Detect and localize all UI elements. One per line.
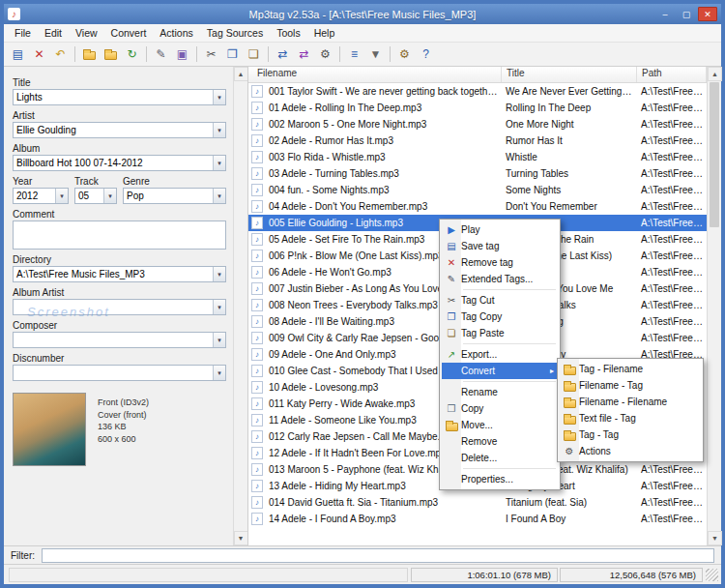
filter-input[interactable] — [42, 548, 714, 563]
menu-view[interactable]: View — [69, 25, 104, 41]
file-row[interactable]: ♪003 Flo Rida - Whistle.mp3WhistleA:\Tes… — [248, 149, 707, 165]
minimize-button[interactable]: – — [655, 7, 675, 21]
year-field[interactable]: 2012 ▾ — [13, 188, 69, 204]
menu-item-label: Filename - Tag — [579, 380, 643, 391]
chevron-down-icon[interactable]: ▾ — [213, 300, 225, 314]
resize-grip[interactable] — [706, 569, 718, 581]
chevron-down-icon[interactable]: ▾ — [213, 90, 225, 104]
discnumber-field[interactable]: ▾ — [13, 365, 226, 381]
menu-item-play[interactable]: ▶Play — [442, 221, 558, 238]
scrollbar-thumb[interactable] — [710, 82, 719, 227]
chevron-down-icon[interactable]: ▾ — [213, 123, 225, 137]
menu-item-tag-cut[interactable]: ✂Tag Cut — [442, 292, 558, 309]
extended-tags-button[interactable]: ✎ — [151, 44, 171, 65]
file-row[interactable]: ♪01 Adele - Rolling In The Deep.mp3Rolli… — [248, 100, 707, 116]
menu-item-rename[interactable]: Rename — [442, 384, 558, 400]
file-list-scrollbar[interactable]: ▲ ▼ — [707, 67, 721, 545]
file-row[interactable]: ♪02 Adele - Rumor Has It.mp3Rumor Has It… — [248, 132, 707, 149]
menu-item-remove-tag[interactable]: ✕Remove tag — [442, 254, 558, 271]
directory-field[interactable]: A:\Test\Free Music Files_MP3 ▾ — [13, 266, 226, 282]
tag-panel-scrollbar[interactable]: ▲ ▼ — [233, 67, 247, 545]
cover-info-line: 136 KB — [98, 421, 149, 433]
menu-item-save-tag[interactable]: ▤Save tag — [442, 238, 558, 254]
add-directory-button[interactable] — [101, 44, 121, 65]
cover-button[interactable]: ▣ — [172, 44, 192, 65]
chevron-down-icon[interactable]: ▾ — [213, 366, 225, 380]
tag-paste-button[interactable]: ❏ — [244, 44, 264, 65]
menu-item-move[interactable]: Move... — [442, 417, 558, 433]
comment-field[interactable] — [13, 220, 226, 250]
titlebar[interactable]: ♪ Mp3tag v2.53a - [A:\Test\Free Music Fi… — [4, 4, 721, 24]
menu-actions[interactable]: Actions — [153, 25, 199, 41]
scroll-down-icon[interactable]: ▼ — [708, 531, 722, 545]
file-row[interactable]: ♪14 Adele - I Found A Boy.mp3I Found A B… — [248, 511, 707, 527]
menu-item-export[interactable]: ↗Export... — [442, 346, 558, 363]
file-row[interactable]: ♪004 fun. - Some Nights.mp3Some NightsA:… — [248, 182, 707, 198]
scroll-up-icon[interactable]: ▲ — [234, 67, 248, 81]
chevron-down-icon[interactable]: ▾ — [55, 189, 68, 203]
maximize-button[interactable]: ▢ — [677, 7, 696, 21]
playlist-button[interactable]: ≡ — [344, 44, 364, 65]
file-row[interactable]: ♪002 Maroon 5 - One More Night.mp3One Mo… — [248, 116, 707, 132]
menu-item-properties[interactable]: Properties... — [442, 471, 558, 487]
menu-item-delete[interactable]: Delete... — [442, 450, 558, 466]
menu-item-extended-tags[interactable]: ✎Extended Tags... — [442, 271, 558, 287]
change-directory-button[interactable] — [79, 44, 100, 65]
filter-button[interactable]: ▼ — [365, 44, 386, 65]
menu-file[interactable]: File — [8, 25, 38, 41]
tag-cut-button[interactable]: ✂ — [201, 44, 221, 65]
menu-edit[interactable]: Edit — [38, 25, 69, 41]
actions-button[interactable]: ⚙ — [315, 44, 335, 65]
chevron-down-icon[interactable]: ▾ — [213, 267, 225, 281]
album-artist-field[interactable]: ▾ — [13, 299, 226, 315]
file-row[interactable]: ♪001 Taylor Swift - We are never getting… — [248, 83, 707, 100]
menu-tag-sources[interactable]: Tag Sources — [200, 25, 270, 41]
album-cover-art[interactable] — [13, 393, 86, 466]
chevron-down-icon[interactable]: ▾ — [103, 189, 116, 203]
remove-tag-button[interactable]: ✕ — [29, 44, 49, 65]
menu-convert[interactable]: Convert — [104, 25, 154, 41]
chevron-down-icon[interactable]: ▾ — [213, 189, 225, 203]
menu-item-filename-filename[interactable]: Filename - Filename — [560, 394, 701, 410]
help-button[interactable]: ? — [416, 44, 436, 65]
menu-item-copy[interactable]: ❐Copy — [442, 400, 558, 417]
options-button[interactable]: ⚙ — [394, 44, 415, 65]
composer-field[interactable]: ▾ — [13, 332, 226, 348]
menu-item-text-file-tag[interactable]: Text file - Tag — [560, 410, 701, 426]
menu-item-filename-tag[interactable]: Filename - Tag — [560, 377, 701, 394]
undo-button[interactable]: ↶ — [50, 44, 71, 65]
save-tag-button[interactable]: ▤ — [8, 44, 28, 65]
file-row[interactable]: ♪04 Adele - Don't You Remember.mp3Don't … — [248, 198, 707, 215]
album-field[interactable]: Billboard Hot 100 07-14-2012 ▾ — [13, 155, 226, 171]
scroll-down-icon[interactable]: ▼ — [234, 531, 248, 545]
chevron-down-icon[interactable]: ▾ — [213, 156, 225, 170]
file-row[interactable]: ♪03 Adele - Turning Tables.mp3Turning Ta… — [248, 165, 707, 182]
artist-field[interactable]: Ellie Goulding ▾ — [13, 122, 226, 138]
convert-tag-filename-button[interactable]: ⇄ — [273, 44, 293, 65]
scroll-up-icon[interactable]: ▲ — [708, 67, 722, 81]
menu-item-tag-paste[interactable]: ❏Tag Paste — [442, 325, 558, 341]
menu-tools[interactable]: Tools — [270, 25, 307, 41]
menu-item-actions[interactable]: ⚙Actions — [560, 443, 701, 459]
menu-item-tag-filename[interactable]: Tag - Filename — [560, 361, 701, 377]
menu-item-tag-tag[interactable]: Tag - Tag — [560, 426, 701, 443]
menu-item-tag-copy[interactable]: ❐Tag Copy — [442, 309, 558, 325]
refresh-button[interactable]: ↻ — [122, 44, 142, 65]
menu-item-convert[interactable]: Convert▸ — [442, 363, 558, 379]
chevron-down-icon[interactable]: ▾ — [213, 333, 225, 347]
column-header-filename[interactable]: Filename — [248, 67, 502, 82]
menu-item-remove[interactable]: Remove — [442, 433, 558, 450]
tag-copy-button[interactable]: ❐ — [222, 44, 243, 65]
menu-item-label: Copy — [461, 403, 483, 414]
convert-filename-tag-button[interactable]: ⇄ — [294, 44, 314, 65]
file-row[interactable]: ♪014 David Guetta ft. Sia - Titanium.mp3… — [248, 494, 707, 511]
toolbar-separator — [390, 46, 391, 62]
menu-help[interactable]: Help — [307, 25, 342, 41]
genre-field[interactable]: Pop ▾ — [123, 188, 226, 204]
close-button[interactable]: ✕ — [698, 7, 717, 21]
column-header-path[interactable]: Path — [637, 67, 707, 82]
column-header-title[interactable]: Title — [502, 67, 637, 82]
filename-cell: 14 Adele - I Found A Boy.mp3 — [265, 514, 502, 524]
title-field[interactable]: Lights ▾ — [13, 89, 226, 105]
track-field[interactable]: 05 ▾ — [74, 188, 117, 204]
